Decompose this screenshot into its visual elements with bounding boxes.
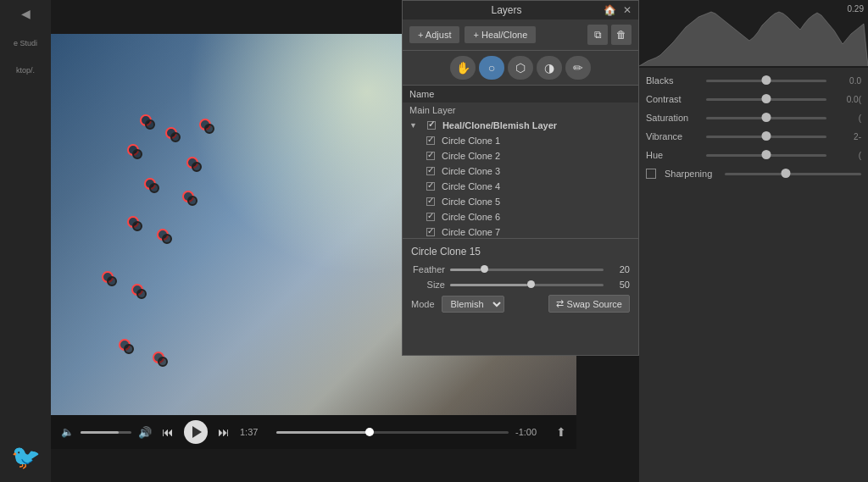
freehand-tool-button[interactable]: ◑ (537, 56, 562, 80)
playback-bar: 🔈 🔊 ⏮ ⏭ 1:37 -1:00 ⬆ (51, 415, 576, 449)
play-button[interactable] (184, 420, 208, 444)
clone-marker-3[interactable] (127, 144, 142, 159)
sidebar-arrow-icon[interactable]: ◀ (21, 7, 31, 20)
size-thumb (527, 280, 535, 288)
progress-bar[interactable] (276, 431, 509, 434)
clone2-label: Circle Clone 2 (442, 151, 500, 161)
tool-row: ✋ ○ ⬡ ◑ ✏ (403, 51, 638, 86)
contrast-label: Contrast (646, 94, 701, 104)
icon-buttons: ⧉ 🗑 (587, 25, 632, 45)
contrast-thumb (762, 94, 771, 103)
left-sidebar: ◀ e Studi ktop/. (0, 0, 51, 482)
clone-marker-11[interactable] (131, 284, 147, 299)
swap-label: Swap Source (567, 299, 622, 309)
contrast-slider[interactable] (706, 98, 826, 101)
clone4-label: Circle Clone 4 (442, 181, 500, 191)
feather-fill (450, 269, 481, 271)
copy-button[interactable]: ⧉ (587, 25, 608, 45)
clone1-checkbox[interactable] (426, 136, 435, 145)
layer-item-clone2[interactable]: Circle Clone 2 (403, 148, 638, 163)
export-icon[interactable]: ⬆ (556, 425, 566, 439)
layer-list[interactable]: Main Layer ▼ Heal/Clone/Blemish Layer Ci… (403, 102, 638, 238)
saturation-slider[interactable] (706, 117, 826, 119)
brush-tool-button[interactable]: ✏ (565, 56, 591, 80)
sharpening-row: Sharpening (639, 164, 868, 183)
clone-marker-9[interactable] (157, 229, 172, 244)
layer-item-group[interactable]: ▼ Heal/Clone/Blemish Layer (403, 118, 638, 133)
clone5-checkbox[interactable] (426, 197, 435, 206)
blacks-value: 0.0 (832, 76, 861, 86)
clone7-checkbox[interactable] (426, 228, 435, 236)
feather-slider[interactable] (450, 269, 604, 271)
size-fill (450, 284, 527, 286)
clone2-checkbox[interactable] (426, 152, 435, 160)
layer-item-clone7[interactable]: Circle Clone 7 (403, 224, 638, 238)
logo-area: 🐦 (0, 431, 51, 482)
play-icon (192, 426, 202, 438)
layer-item-clone4[interactable]: Circle Clone 4 (403, 179, 638, 194)
hand-tool-button[interactable]: ✋ (450, 56, 476, 80)
fast-forward-button[interactable]: ⏭ (214, 424, 233, 440)
clone5-label: Circle Clone 5 (442, 197, 500, 207)
sharpening-slider[interactable] (725, 173, 861, 175)
progress-fill (276, 431, 370, 434)
clone-marker-10[interactable] (102, 271, 117, 286)
volume-slider[interactable] (81, 431, 131, 434)
sharpening-checkbox[interactable] (646, 169, 656, 179)
progress-thumb (365, 428, 374, 436)
clone-marker-8[interactable] (127, 216, 142, 231)
blacks-thumb (762, 75, 771, 85)
titlebar-icons: 🏠 ✕ (604, 4, 632, 16)
layer-item-clone6[interactable]: Circle Clone 6 (403, 209, 638, 224)
volume-fill (81, 431, 119, 434)
volume-high-icon: 🔊 (138, 426, 152, 439)
clone-name-label: Circle Clone 15 (411, 246, 630, 258)
clone-marker-2[interactable] (165, 127, 181, 142)
mode-select[interactable]: Blemish Clone Heal (442, 296, 504, 313)
clone-properties: Circle Clone 15 Feather 20 Size 50 Mode … (403, 238, 638, 319)
hue-label: Hue (646, 150, 701, 160)
vibrance-value: 2- (832, 132, 861, 141)
feather-thumb (481, 265, 488, 273)
histogram-svg (639, 0, 868, 68)
clone6-checkbox[interactable] (426, 213, 435, 221)
adjust-button[interactable]: + Adjust (409, 26, 459, 43)
clone-marker-6[interactable] (144, 178, 159, 193)
clone-marker-5[interactable] (199, 119, 214, 134)
layer-item-clone5[interactable]: Circle Clone 5 (403, 194, 638, 209)
hue-row: Hue ( (639, 146, 868, 164)
vibrance-label: Vibrance (646, 131, 701, 141)
clone4-checkbox[interactable] (426, 182, 435, 191)
size-slider[interactable] (450, 284, 604, 286)
hue-slider[interactable] (706, 154, 826, 157)
clone-marker-7[interactable] (182, 191, 198, 206)
clone3-checkbox[interactable] (426, 167, 435, 175)
clone-marker-4[interactable] (186, 157, 202, 172)
clone3-label: Circle Clone 3 (442, 166, 500, 176)
feather-value: 20 (609, 264, 630, 274)
clone-marker-1[interactable] (140, 114, 155, 130)
swap-source-button[interactable]: ⇄ Swap Source (548, 295, 630, 313)
blacks-slider[interactable] (706, 80, 826, 82)
blacks-label: Blacks (646, 75, 701, 86)
vibrance-slider[interactable] (706, 136, 826, 138)
group-checkbox[interactable] (427, 121, 436, 130)
size-value: 50 (609, 280, 630, 290)
close-icon[interactable]: ✕ (623, 4, 632, 16)
delete-button[interactable]: 🗑 (611, 25, 632, 45)
circle-tool-button[interactable]: ○ (479, 56, 504, 80)
clone-marker-12[interactable] (119, 339, 134, 354)
layer-item-clone1[interactable]: Circle Clone 1 (403, 133, 638, 148)
polygon-tool-button[interactable]: ⬡ (508, 56, 533, 80)
home-icon[interactable]: 🏠 (604, 4, 616, 16)
layer-list-header: Name (403, 86, 638, 102)
rewind-button[interactable]: ⏮ (159, 424, 177, 440)
layer-item-clone3[interactable]: Circle Clone 3 (403, 163, 638, 179)
layer-item-main[interactable]: Main Layer (403, 102, 638, 118)
group-label: Heal/Clone/Blemish Layer (442, 120, 557, 130)
vibrance-row: Vibrance 2- (639, 127, 868, 146)
clone-marker-13[interactable] (153, 352, 168, 367)
mode-row: Mode Blemish Clone Heal ⇄ Swap Source (411, 295, 630, 313)
heal-clone-button[interactable]: + Heal/Clone (465, 26, 536, 43)
feather-label: Feather (411, 264, 445, 274)
